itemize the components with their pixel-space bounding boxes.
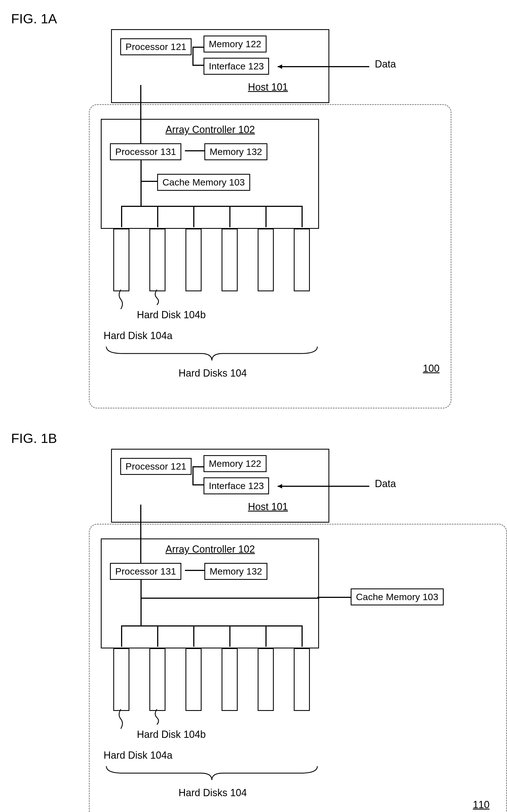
hard-disks-104-label: Hard Disks 104 (178, 367, 247, 379)
interface-123-label: Interface 123 (209, 480, 264, 491)
hard-disks-104-label: Hard Disks 104 (178, 787, 247, 799)
data-arrow (278, 484, 375, 492)
memory-122-label: Memory 122 (209, 458, 261, 469)
memory-122-box: Memory 122 (204, 455, 267, 472)
hard-disk (258, 648, 274, 711)
hard-disk-104a-label: Hard Disk 104a (104, 750, 172, 761)
svg-marker-3 (278, 484, 282, 488)
processor-131-box: Processor 131 (110, 563, 181, 580)
array-controller-box: Array Controller 102 Processor 131 Memor… (101, 538, 319, 648)
ref-100: 100 (423, 363, 440, 374)
ref-110: 110 (473, 799, 490, 811)
host-101-label: Host 101 (248, 501, 288, 512)
system-box: Array Controller 102 Processor 131 Memor… (89, 104, 451, 409)
host-101-label: Host 101 (248, 82, 288, 93)
figure-label-a: FIG. 1A (11, 11, 496, 26)
leader-line (117, 709, 128, 732)
array-controller-label: Array Controller 102 (166, 543, 255, 555)
hard-disk (149, 228, 166, 291)
leader-line (117, 290, 128, 312)
processor-131-label: Processor 131 (115, 146, 176, 157)
interface-123-box: Interface 123 (204, 58, 269, 75)
leader-line (154, 709, 165, 726)
cache-memory-label: Cache Memory 103 (356, 592, 438, 602)
hard-disk (149, 648, 166, 711)
brace (106, 766, 317, 783)
figure-1b: FIG. 1B Processor 121 Memory 122 Interfa… (11, 431, 496, 812)
hard-disk (294, 228, 310, 291)
system-box: Array Controller 102 Processor 131 Memor… (89, 524, 507, 812)
hard-disk (222, 648, 238, 711)
cache-memory-box: Cache Memory 103 (351, 588, 444, 605)
memory-132-box: Memory 132 (204, 143, 267, 160)
memory-132-box: Memory 132 (204, 563, 267, 580)
cache-memory-label: Cache Memory 103 (162, 177, 245, 187)
array-controller-box: Array Controller 102 Processor 131 Memor… (101, 119, 319, 229)
hard-disk-104b-label: Hard Disk 104b (137, 309, 206, 321)
figure-1a: FIG. 1A Processor 121 Memory 122 Interfa… (11, 11, 496, 409)
interface-123-box: Interface 123 (204, 477, 269, 494)
hard-disk (113, 228, 129, 291)
hard-disk (294, 648, 310, 711)
hard-disk (258, 228, 274, 291)
cache-memory-box: Cache Memory 103 (157, 174, 250, 191)
processor-131-label: Processor 131 (115, 566, 176, 577)
processor-121-box: Processor 121 (120, 458, 191, 475)
svg-marker-1 (278, 64, 282, 69)
processor-121-box: Processor 121 (120, 38, 191, 55)
memory-132-label: Memory 132 (210, 566, 262, 577)
array-controller-label: Array Controller 102 (166, 124, 255, 136)
brace (106, 346, 317, 363)
processor-131-box: Processor 131 (110, 143, 181, 160)
figure-label-b: FIG. 1B (11, 431, 496, 446)
memory-122-box: Memory 122 (204, 36, 267, 52)
processor-121-label: Processor 121 (125, 461, 186, 472)
hard-disk-104a-label: Hard Disk 104a (104, 330, 172, 341)
hard-disk-104b-label: Hard Disk 104b (137, 729, 206, 740)
interface-123-label: Interface 123 (209, 61, 264, 71)
hard-disk (222, 228, 238, 291)
hard-disk (185, 228, 202, 291)
processor-121-label: Processor 121 (125, 41, 186, 52)
hard-disk (185, 648, 202, 711)
hard-disk (113, 648, 129, 711)
data-arrow (278, 64, 375, 72)
memory-132-label: Memory 132 (210, 146, 262, 157)
data-label: Data (375, 478, 396, 490)
data-label: Data (375, 58, 396, 70)
memory-122-label: Memory 122 (209, 39, 261, 49)
leader-line (154, 290, 165, 306)
